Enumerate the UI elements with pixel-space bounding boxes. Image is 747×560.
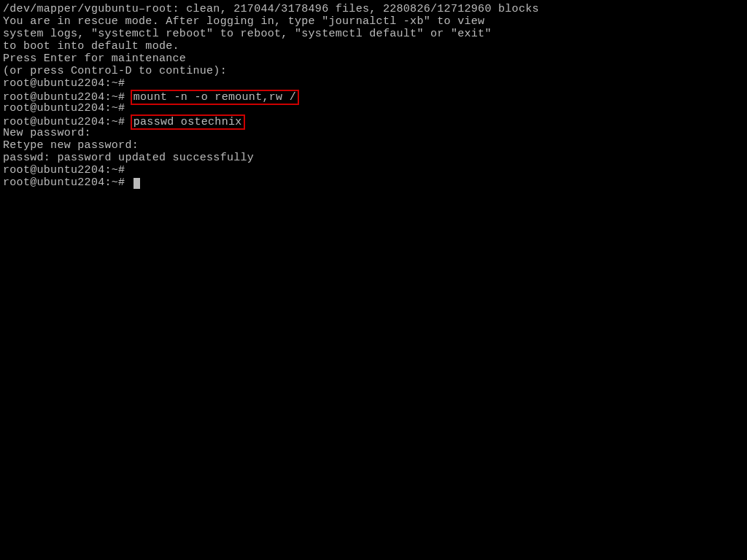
- passwd-success: passwd: password updated successfully: [3, 152, 744, 164]
- shell-line-passwd: root@ubuntu2204:~# passwd ostechnix: [3, 114, 744, 127]
- retype-password-prompt: Retype new password:: [3, 139, 744, 152]
- shell-prompt-cursor[interactable]: root@ubuntu2204:~#: [3, 176, 744, 189]
- highlighted-mount-command: mount -n -o remount,rw /: [131, 90, 299, 105]
- shell-prompt-empty-1: root@ubuntu2204:~#: [3, 77, 744, 90]
- control-d-hint: (or press Control-D to continue):: [3, 65, 744, 77]
- fsck-output: /dev/mapper/vgubuntu–root: clean, 217044…: [3, 3, 744, 15]
- rescue-message-1: You are in rescue mode. After logging in…: [3, 15, 744, 28]
- rescue-message-2: system logs, "systemctl reboot" to reboo…: [3, 28, 744, 40]
- new-password-prompt: New password:: [3, 127, 744, 139]
- highlighted-passwd-command: passwd ostechnix: [131, 114, 245, 130]
- maintenance-prompt: Press Enter for maintenance: [3, 52, 744, 65]
- terminal[interactable]: /dev/mapper/vgubuntu–root: clean, 217044…: [3, 3, 744, 189]
- shell-prompt-empty-3: root@ubuntu2204:~#: [3, 164, 744, 176]
- cursor-icon: [133, 178, 140, 189]
- rescue-message-3: to boot into default mode.: [3, 40, 744, 52]
- shell-line-mount: root@ubuntu2204:~# mount -n -o remount,r…: [3, 90, 744, 102]
- shell-prompt-empty-2: root@ubuntu2204:~#: [3, 102, 744, 114]
- shell-prompt: root@ubuntu2204:~#: [3, 176, 132, 189]
